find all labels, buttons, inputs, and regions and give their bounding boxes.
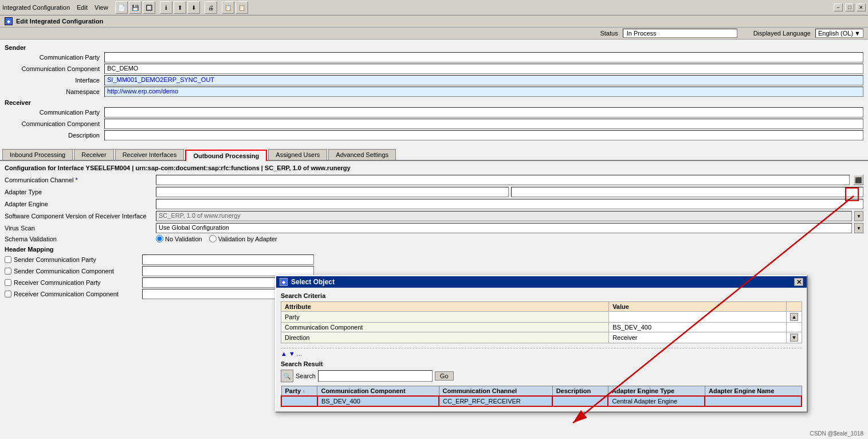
sender-namespace-input[interactable]: http://www.erp.com/demo xyxy=(104,87,863,97)
minimize-btn[interactable]: − xyxy=(834,3,843,11)
result-col-adapter-name[interactable]: Adapter Engine Name xyxy=(705,386,802,397)
comm-channel-lookup-btn[interactable]: ⬛ xyxy=(853,175,863,185)
search-label: Search xyxy=(296,373,316,379)
receiver-comm-party-checkbox[interactable] xyxy=(5,279,11,286)
search-bar: 🔍 Search Go xyxy=(281,370,802,382)
config-title: Configuration for Interface YSEELEFM004 … xyxy=(5,164,863,171)
tab-outbound[interactable]: Outbound Processing xyxy=(185,150,267,161)
sender-comm-party-checkbox[interactable] xyxy=(5,256,11,263)
menu-integrated-config[interactable]: Integrated Configuration xyxy=(2,4,70,11)
result-col-comm-channel[interactable]: Communication Channel xyxy=(439,386,552,397)
scroll-up-btn[interactable]: ▲ xyxy=(790,313,798,321)
sw-comp-dropdown[interactable]: ▼ xyxy=(854,211,863,221)
maximize-btn[interactable]: □ xyxy=(845,3,854,11)
toolbar-btn-4[interactable]: ℹ xyxy=(160,1,172,14)
adapter-type-input2[interactable] xyxy=(511,187,864,197)
dialog-title-text: Select Object xyxy=(291,278,335,286)
receiver-comm-comp-cb-label: Receiver Communication Component xyxy=(14,291,140,297)
result-col-party[interactable]: Party ↑ xyxy=(281,386,317,397)
sender-comm-component-label: Communication Component xyxy=(5,65,102,72)
adapter-type-input1[interactable] xyxy=(156,187,509,197)
top-right: − □ ✕ xyxy=(834,3,866,11)
result-row-0[interactable]: BS_DEV_400CC_ERP_RFC_RECEIVERCentral Ada… xyxy=(281,396,802,406)
result-col-comm-comp[interactable]: Communication Component xyxy=(317,386,439,397)
lang-text: English (OL) xyxy=(818,30,853,37)
form-section: Sender Communication Party Communication… xyxy=(0,40,868,144)
receiver-comm-comp-checkbox[interactable] xyxy=(5,291,11,297)
toolbar-btn-3[interactable]: 🔲 xyxy=(143,1,155,14)
radio-by-adapter[interactable]: Validation by Adapter xyxy=(209,235,277,242)
comm-channel-label: Communication Channel * xyxy=(5,177,154,183)
tabs-container: Inbound Processing Receiver Receiver Int… xyxy=(0,146,868,161)
search-icon-btn[interactable]: 🔍 xyxy=(281,370,293,382)
receiver-description-label: Description xyxy=(5,132,102,139)
toolbar-icons: 📄 💾 🔲 ℹ ⬆ ⬇ 🖨 📋 📋 xyxy=(115,1,248,14)
receiver-header: Receiver xyxy=(5,99,863,106)
criteria-val-1[interactable]: BS_DEV_400 xyxy=(609,323,787,332)
scroll-down-btn[interactable]: ▼ xyxy=(790,334,798,342)
receiver-comm-component-input[interactable] xyxy=(104,119,863,129)
tab-receiver[interactable]: Receiver xyxy=(74,149,113,160)
toolbar-btn-8[interactable]: 📋 xyxy=(222,1,234,14)
toolbar-btn-5[interactable]: ⬆ xyxy=(174,1,186,14)
expand-row: ▲ ▼ ... xyxy=(281,348,802,357)
result-col-desc[interactable]: Description xyxy=(552,386,608,397)
toolbar-btn-6[interactable]: ⬇ xyxy=(187,1,200,14)
search-result-title: Search Result xyxy=(281,360,802,367)
radio-no-validation-label: No Validation xyxy=(165,236,202,242)
criteria-val-2[interactable]: Receiver xyxy=(609,332,787,343)
search-input[interactable] xyxy=(318,370,433,382)
lang-dropdown-icon[interactable]: ▼ xyxy=(854,30,861,37)
menu-edit[interactable]: Edit xyxy=(77,4,88,11)
tab-receiver-interfaces[interactable]: Receiver Interfaces xyxy=(115,149,184,160)
radio-no-validation[interactable]: No Validation xyxy=(156,235,202,242)
virus-scan-row: Virus Scan Use Global Configuration ▼ xyxy=(5,223,863,233)
sender-comm-party-cb-input[interactable] xyxy=(142,254,314,265)
virus-scan-input[interactable]: Use Global Configuration xyxy=(156,223,852,233)
schema-validation-label: Schema Validation xyxy=(5,236,154,242)
comm-channel-input[interactable] xyxy=(156,175,850,185)
toolbar-btn-7[interactable]: 🖨 xyxy=(205,1,217,14)
sender-comm-comp-checkbox[interactable] xyxy=(5,268,11,275)
sender-interface-input[interactable]: SI_MM001_DEMO2ERP_SYNC_OUT xyxy=(104,75,863,85)
receiver-comm-party-label: Communication Party xyxy=(5,109,102,116)
page-title: Edit Integrated Configuration xyxy=(16,18,103,25)
search-criteria-title: Search Criteria xyxy=(281,292,802,299)
result-cell-description xyxy=(552,396,608,406)
comm-channel-required: * xyxy=(76,177,78,183)
result-cell-adapter-engine-name xyxy=(705,396,802,406)
tab-assigned-users[interactable]: Assigned Users xyxy=(268,149,327,160)
criteria-attr-2: Direction xyxy=(281,332,609,343)
go-btn[interactable]: Go xyxy=(435,371,454,381)
dialog-close-btn[interactable]: ✕ xyxy=(794,278,803,286)
menu-bar: Integrated Configuration Edit View 📄 💾 🔲… xyxy=(0,0,868,15)
expand-btn[interactable]: ▲ ▼ ... xyxy=(281,350,302,357)
toolbar-btn-9[interactable]: 📋 xyxy=(235,1,248,14)
tab-advanced-settings[interactable]: Advanced Settings xyxy=(328,149,396,160)
sender-comm-component-input[interactable]: BC_DEMO xyxy=(104,64,863,74)
adapter-engine-input[interactable] xyxy=(156,199,863,209)
sender-comm-component-row: Communication Component BC_DEMO xyxy=(5,64,863,74)
close-btn[interactable]: ✕ xyxy=(857,3,866,11)
result-cell-party xyxy=(281,396,317,406)
virus-scan-label: Virus Scan xyxy=(5,225,154,232)
dialog-body: Search Criteria Attribute Value Party▲Co… xyxy=(276,288,807,411)
result-table: Party ↑ Communication Component Communic… xyxy=(281,386,802,407)
virus-scan-dropdown[interactable]: ▼ xyxy=(854,223,863,233)
result-cell-adapter-engine-type: Central Adapter Engine xyxy=(608,396,705,406)
receiver-comm-component-label: Communication Component xyxy=(5,120,102,127)
page-wrapper: Integrated Configuration Edit View 📄 💾 🔲… xyxy=(0,0,868,439)
toolbar-btn-1[interactable]: 📄 xyxy=(115,1,128,14)
receiver-comm-party-input[interactable] xyxy=(104,107,863,117)
sender-comm-party-input[interactable] xyxy=(104,52,863,62)
receiver-comm-component-row: Communication Component xyxy=(5,119,863,129)
result-col-adapter-type[interactable]: Adapter Engine Type xyxy=(608,386,705,397)
criteria-val-0[interactable] xyxy=(609,312,787,323)
tab-inbound[interactable]: Inbound Processing xyxy=(2,149,73,160)
adapter-type-inputs xyxy=(156,187,863,197)
receiver-description-input[interactable] xyxy=(104,130,863,140)
menu-view[interactable]: View xyxy=(95,4,108,11)
toolbar-btn-2[interactable]: 💾 xyxy=(129,1,142,14)
criteria-table: Attribute Value Party▲Communication Comp… xyxy=(281,301,802,343)
criteria-col-attr: Attribute xyxy=(281,302,609,312)
